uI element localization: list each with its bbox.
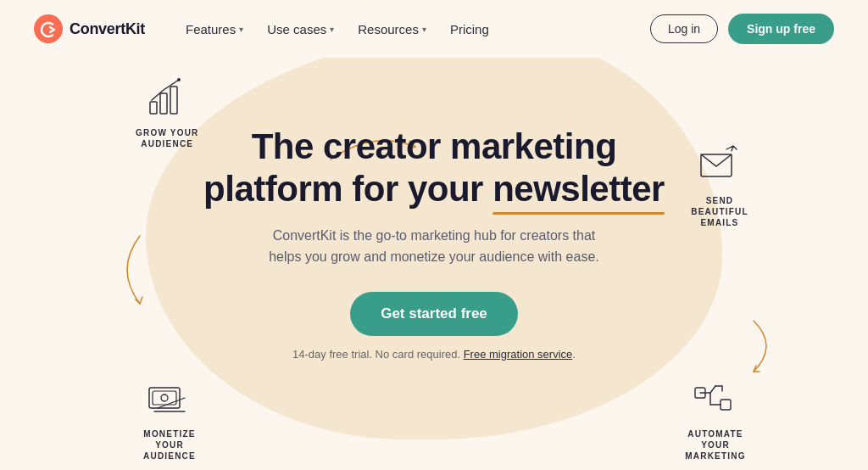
feature-grow: Grow your audience bbox=[136, 75, 199, 149]
logo-icon bbox=[34, 14, 63, 43]
nav-features[interactable]: Features ▾ bbox=[175, 15, 253, 43]
use-cases-chevron-icon: ▾ bbox=[330, 25, 334, 34]
resources-chevron-icon: ▾ bbox=[422, 25, 426, 34]
feature-email: Send beautiful emails bbox=[682, 143, 758, 228]
features-chevron-icon: ▾ bbox=[239, 25, 243, 34]
email-icon bbox=[696, 143, 743, 190]
svg-point-0 bbox=[34, 14, 63, 43]
nav-pricing[interactable]: Pricing bbox=[440, 15, 499, 43]
feature-automate: Automate your marketing bbox=[677, 376, 754, 462]
money-icon bbox=[146, 376, 193, 423]
hero-subtitle: ConvertKit is the go-to marketing hub fo… bbox=[256, 225, 612, 268]
navigation: ConvertKit Features ▾ Use cases ▾ Resour… bbox=[0, 0, 868, 58]
nav-links: Features ▾ Use cases ▾ Resources ▾ Prici… bbox=[175, 15, 650, 43]
login-button[interactable]: Log in bbox=[650, 14, 718, 43]
nav-resources[interactable]: Resources ▾ bbox=[348, 15, 437, 43]
signup-button[interactable]: Sign up free bbox=[728, 14, 834, 44]
grow-label: Grow your audience bbox=[136, 127, 199, 149]
get-started-button[interactable]: Get started free bbox=[350, 292, 518, 336]
hero-section: Grow your audience Send beautiful emails… bbox=[0, 58, 868, 470]
migration-link[interactable]: Free migration service bbox=[464, 348, 573, 361]
automation-icon bbox=[692, 376, 739, 423]
arrow-right-icon bbox=[749, 312, 783, 380]
bar-chart-icon bbox=[143, 75, 191, 122]
svg-point-4 bbox=[177, 78, 181, 81]
arrow-left-icon bbox=[110, 227, 144, 312]
email-label: Send beautiful emails bbox=[682, 195, 758, 228]
svg-rect-2 bbox=[160, 93, 167, 114]
logo-link[interactable]: ConvertKit bbox=[34, 14, 145, 43]
svg-rect-1 bbox=[150, 102, 157, 114]
logo-text: ConvertKit bbox=[70, 20, 145, 38]
svg-rect-3 bbox=[170, 87, 177, 114]
svg-rect-10 bbox=[721, 400, 731, 410]
hero-title: The creator marketing platform for your … bbox=[203, 126, 665, 211]
monetize-label: Monetize your audience bbox=[131, 428, 208, 462]
hero-content: The creator marketing platform for your … bbox=[203, 75, 665, 361]
feature-monetize: Monetize your audience bbox=[131, 376, 208, 462]
automate-label: Automate your marketing bbox=[677, 428, 754, 462]
hero-fine-print: 14-day free trial. No card required. Fre… bbox=[203, 348, 665, 361]
hero-title-highlight: newsletter bbox=[492, 168, 665, 210]
nav-auth: Log in Sign up free bbox=[650, 14, 834, 44]
svg-point-8 bbox=[161, 394, 168, 401]
nav-use-cases[interactable]: Use cases ▾ bbox=[257, 15, 344, 43]
